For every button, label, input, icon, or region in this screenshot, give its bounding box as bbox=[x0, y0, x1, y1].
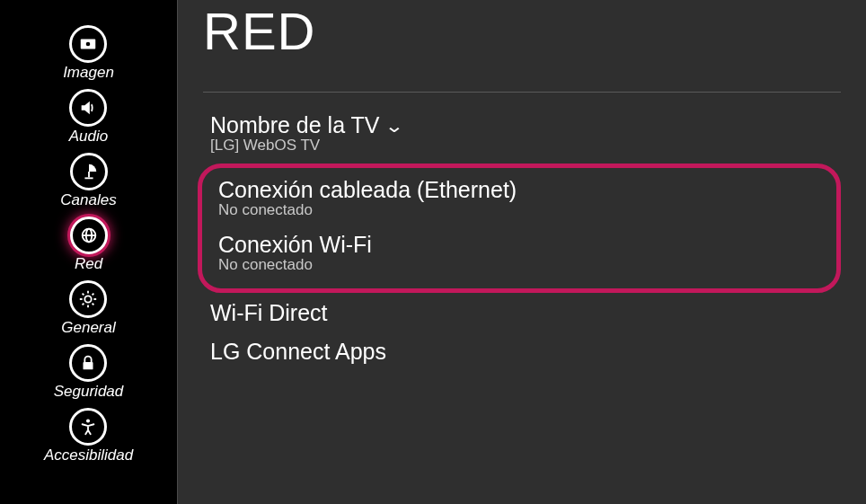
globe-icon bbox=[70, 217, 108, 254]
lock-icon bbox=[69, 344, 107, 382]
setting-wifi-direct[interactable]: Wi-Fi Direct bbox=[203, 295, 841, 333]
svg-point-8 bbox=[86, 420, 90, 423]
section-divider bbox=[203, 92, 841, 93]
settings-panel: RED Nombre de la TV ⌄ [LG] WebOS TV Cone… bbox=[177, 0, 866, 504]
speaker-icon bbox=[69, 89, 107, 127]
setting-title: LG Connect Apps bbox=[210, 339, 834, 365]
sidebar-item-general[interactable]: General bbox=[61, 279, 115, 340]
settings-list: Nombre de la TV ⌄ [LG] WebOS TV Conexión… bbox=[178, 107, 866, 372]
sidebar-item-seguridad[interactable]: Seguridad bbox=[54, 342, 124, 404]
sidebar-item-label: Imagen bbox=[63, 64, 114, 82]
setting-wifi[interactable]: Conexión Wi-Fi No conectado bbox=[211, 226, 827, 281]
setting-title: Nombre de la TV ⌄ bbox=[210, 112, 834, 138]
sidebar-item-label: Seguridad bbox=[54, 383, 124, 401]
sidebar-item-label: General bbox=[61, 319, 115, 337]
accessibility-icon bbox=[69, 408, 107, 446]
setting-sub: No conectado bbox=[218, 256, 820, 274]
sidebar-item-audio[interactable]: Audio bbox=[69, 87, 108, 149]
sidebar-item-canales[interactable]: Canales bbox=[60, 151, 116, 213]
sidebar-item-imagen[interactable]: Imagen bbox=[63, 23, 114, 85]
setting-sub: [LG] WebOS TV bbox=[210, 137, 834, 155]
sidebar-item-label: Red bbox=[75, 255, 102, 273]
image-icon bbox=[69, 25, 107, 63]
svg-rect-3 bbox=[84, 177, 93, 179]
page-title: RED bbox=[178, 5, 866, 68]
highlight-annotation: Conexión cableada (Ethernet) No conectad… bbox=[198, 164, 841, 293]
setting-lg-connect-apps[interactable]: LG Connect Apps bbox=[203, 333, 841, 372]
setting-sub: No conectado bbox=[218, 201, 820, 219]
chevron-down-icon: ⌄ bbox=[384, 117, 404, 135]
svg-rect-2 bbox=[88, 172, 90, 177]
gear-icon bbox=[69, 280, 107, 318]
sidebar-item-label: Canales bbox=[60, 191, 116, 209]
setting-title: Conexión cableada (Ethernet) bbox=[218, 177, 820, 203]
setting-title: Conexión Wi-Fi bbox=[218, 232, 820, 258]
sidebar-item-label: Audio bbox=[69, 128, 108, 146]
settings-sidebar: Imagen Audio Canales Red General Segurid… bbox=[0, 0, 177, 504]
sidebar-item-red[interactable]: Red bbox=[70, 215, 108, 277]
setting-tv-name[interactable]: Nombre de la TV ⌄ [LG] WebOS TV bbox=[203, 107, 841, 162]
svg-rect-7 bbox=[84, 362, 93, 369]
satellite-icon bbox=[70, 153, 108, 190]
setting-title: Wi-Fi Direct bbox=[210, 300, 834, 326]
setting-ethernet[interactable]: Conexión cableada (Ethernet) No conectad… bbox=[211, 172, 827, 226]
svg-point-1 bbox=[86, 42, 91, 47]
setting-title-text: Nombre de la TV bbox=[210, 112, 380, 138]
sidebar-item-accesibilidad[interactable]: Accesibilidad bbox=[44, 406, 133, 468]
sidebar-item-label: Accesibilidad bbox=[44, 447, 133, 464]
